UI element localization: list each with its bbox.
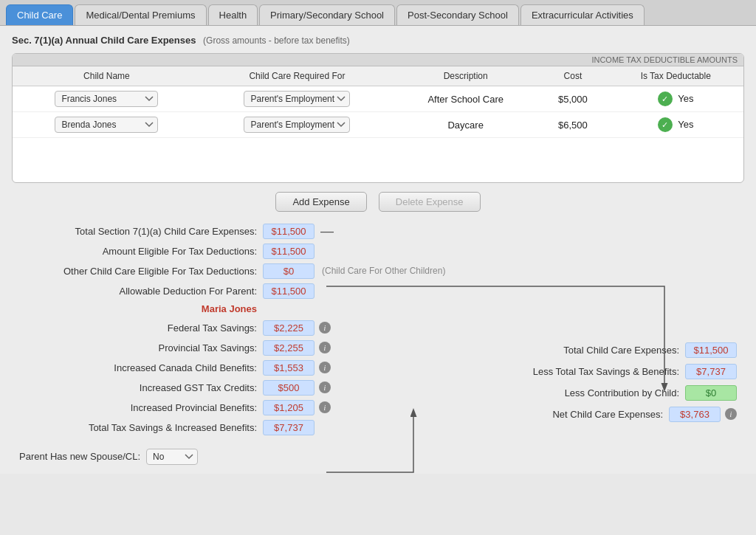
provincial-benefits-label: Increased Provincial Benefits: xyxy=(19,402,263,413)
less-savings-value: $7,737 xyxy=(685,364,737,379)
tax-label-1: Yes xyxy=(678,93,693,104)
federal-tax-label: Federal Tax Savings: xyxy=(19,322,263,334)
check-icon-2: ✓ xyxy=(658,117,673,132)
expense-table-container: INCOME TAX DEDUCTIBLE AMOUNTS Child Name… xyxy=(12,53,744,183)
amount-eligible-label: Amount Eligible For Tax Deductions: xyxy=(19,246,263,257)
amount-eligible-row: Amount Eligible For Tax Deductions: $11,… xyxy=(19,244,737,259)
right-total-value: $11,500 xyxy=(685,342,737,358)
tab-health[interactable]: Health xyxy=(208,4,258,25)
left-col: Federal Tax Savings: $2,225 i Provincial… xyxy=(19,320,456,440)
col-description: Description xyxy=(394,66,537,86)
gst-row: Increased GST Tax Credits: $500 i xyxy=(19,380,456,396)
col-childcare-for: Child Care Required For xyxy=(201,66,394,86)
federal-tax-row: Federal Tax Savings: $2,225 i xyxy=(19,320,456,336)
tab-medical-dental[interactable]: Medical/Dental Premiums xyxy=(75,4,206,25)
summary-section: Total Section 7(1)(a) Child Care Expense… xyxy=(12,224,744,465)
total-savings-row: Total Tax Savings & Increased Benefits: … xyxy=(19,420,456,435)
canada-child-row: Increased Canada Child Benefits: $1,553 … xyxy=(19,360,456,376)
net-expense-value: $3,763 xyxy=(669,407,721,422)
cost-1: $5,000 xyxy=(537,86,608,112)
total-savings-label: Total Tax Savings & Increased Benefits: xyxy=(19,422,263,433)
info-icon-federal[interactable]: i xyxy=(319,322,331,334)
cost-2: $6,500 xyxy=(537,112,608,138)
spouse-select[interactable]: No Yes xyxy=(146,449,198,465)
child-care-for-select-2[interactable]: Parent's Employment School Attendance Di… xyxy=(244,117,350,133)
section-title-text: Sec. 7(1)(a) Annual Child Care Expenses xyxy=(12,35,196,46)
table-row-empty xyxy=(13,138,743,182)
other-childcare-label: Other Child Care Eligible For Tax Deduct… xyxy=(19,266,263,277)
less-contribution-label: Less Contribution by Child: xyxy=(565,387,679,398)
allowable-deduction-value: $11,500 xyxy=(263,283,315,299)
col-child-name: Child Name xyxy=(13,66,201,86)
tax-deductable-2: ✓ Yes xyxy=(608,112,743,138)
person-name-row: Maria Jones xyxy=(19,303,737,314)
info-icon-net[interactable]: i xyxy=(725,408,737,420)
tab-primary-secondary[interactable]: Primary/Secondary School xyxy=(259,4,395,25)
allowable-deduction-row: Allowable Deduction For Parent: $11,500 xyxy=(19,283,737,299)
description-2: Daycare xyxy=(394,112,537,138)
description-1: After School Care xyxy=(394,86,537,112)
provincial-benefits-row: Increased Provincial Benefits: $1,205 i xyxy=(19,400,456,415)
net-expense-row: Net Child Care Expenses: $3,763 i xyxy=(471,407,737,422)
child-name-select-1[interactable]: Francis Jones Brenda Jones xyxy=(55,91,158,107)
expense-table: Child Name Child Care Required For Descr… xyxy=(13,66,743,182)
info-icon-gst[interactable]: i xyxy=(319,382,331,393)
provincial-tax-value: $2,255 xyxy=(263,340,315,356)
less-savings-row: Less Total Tax Savings & Benefits: $7,73… xyxy=(471,364,737,379)
child-care-for-select-1[interactable]: Parent's Employment School Attendance Di… xyxy=(244,91,350,107)
provincial-tax-label: Provincial Tax Savings: xyxy=(19,342,263,353)
tab-bar: Child Care Medical/Dental Premiums Healt… xyxy=(0,0,756,26)
provincial-benefits-value: $1,205 xyxy=(263,400,315,415)
spouse-label: Parent Has new Spouse/CL: xyxy=(19,451,140,462)
table-row: Francis Jones Brenda Jones Parent's Empl… xyxy=(13,86,743,112)
tab-extracurricular[interactable]: Extracurricular Activities xyxy=(520,4,645,25)
tab-post-secondary[interactable]: Post-Secondary School xyxy=(396,4,519,25)
total-savings-value: $7,737 xyxy=(263,420,315,435)
tax-deductable-1: ✓ Yes xyxy=(608,86,743,112)
canada-child-label: Increased Canada Child Benefits: xyxy=(19,362,263,373)
section-title: Sec. 7(1)(a) Annual Child Care Expenses … xyxy=(12,35,744,46)
spouse-row: Parent Has new Spouse/CL: No Yes xyxy=(19,449,737,465)
total-section-row: Total Section 7(1)(a) Child Care Expense… xyxy=(19,224,737,239)
gst-value: $500 xyxy=(263,380,315,396)
tax-label-2: Yes xyxy=(678,119,693,130)
info-icon-canada-child[interactable]: i xyxy=(319,362,331,373)
less-contribution-value: $0 xyxy=(685,385,737,401)
tab-child-care[interactable]: Child Care xyxy=(6,4,73,25)
right-col: Total Child Care Expenses: $11,500 Less … xyxy=(471,320,737,428)
other-childcare-note: (Child Care For Other Children) xyxy=(322,266,445,276)
main-content: Sec. 7(1)(a) Annual Child Care Expenses … xyxy=(0,26,756,474)
other-childcare-row: Other Child Care Eligible For Tax Deduct… xyxy=(19,263,737,279)
check-icon-1: ✓ xyxy=(658,92,673,106)
table-header-note: INCOME TAX DEDUCTIBLE AMOUNTS xyxy=(13,54,743,66)
gst-label: Increased GST Tax Credits: xyxy=(19,382,263,393)
info-icon-provincial[interactable]: i xyxy=(319,342,331,353)
total-section-label: Total Section 7(1)(a) Child Care Expense… xyxy=(19,226,263,237)
less-savings-label: Less Total Tax Savings & Benefits: xyxy=(533,366,679,377)
federal-tax-value: $2,225 xyxy=(263,320,315,336)
col-tax-deductable: Is Tax Deductable xyxy=(608,66,743,86)
section-subtitle: (Gross amounts - before tax benefits) xyxy=(203,35,350,46)
total-section-value: $11,500 xyxy=(263,224,315,239)
allowable-deduction-label: Allowable Deduction For Parent: xyxy=(19,286,263,297)
child-name-select-2[interactable]: Brenda Jones Francis Jones xyxy=(55,117,158,133)
table-row: Brenda Jones Francis Jones Parent's Empl… xyxy=(13,112,743,138)
person-name: Maria Jones xyxy=(19,303,263,314)
bottom-two-col: Federal Tax Savings: $2,225 i Provincial… xyxy=(19,320,737,440)
net-expense-label: Net Child Care Expenses: xyxy=(552,409,663,420)
other-childcare-value: $0 xyxy=(263,263,315,279)
col-cost: Cost xyxy=(537,66,608,86)
arrow-right-1: — xyxy=(320,224,334,239)
expense-buttons: Add Expense Delete Expense xyxy=(12,192,744,212)
right-total-label: Total Child Care Expenses: xyxy=(563,345,679,356)
add-expense-button[interactable]: Add Expense xyxy=(275,192,366,212)
less-contribution-row: Less Contribution by Child: $0 xyxy=(471,385,737,401)
info-icon-provincial-benefits[interactable]: i xyxy=(319,401,331,413)
provincial-tax-row: Provincial Tax Savings: $2,255 i xyxy=(19,340,456,356)
right-total-row: Total Child Care Expenses: $11,500 xyxy=(471,342,737,358)
canada-child-value: $1,553 xyxy=(263,360,315,376)
delete-expense-button[interactable]: Delete Expense xyxy=(379,192,481,212)
amount-eligible-value: $11,500 xyxy=(263,244,315,259)
